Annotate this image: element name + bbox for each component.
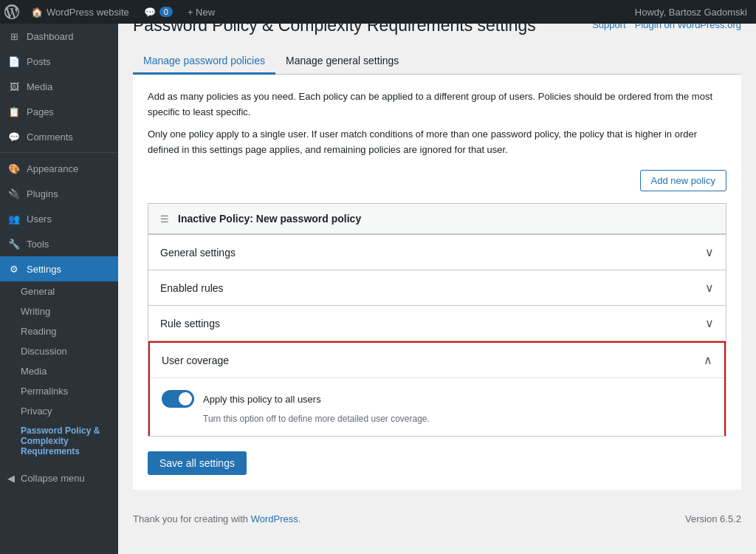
media-icon: 🖼 bbox=[7, 80, 21, 93]
sidebar-label-plugins: Plugins bbox=[27, 188, 58, 199]
sidebar-sub-general[interactable]: General bbox=[0, 281, 118, 301]
policy-section: ☰ Inactive Policy: New password policy G… bbox=[148, 203, 726, 437]
collapse-menu[interactable]: ◀ Collapse menu bbox=[0, 467, 118, 490]
toggle-row: Apply this policy to all users bbox=[162, 390, 712, 408]
drag-handle-icon[interactable]: ☰ bbox=[160, 213, 169, 225]
apply-all-users-toggle[interactable] bbox=[162, 390, 194, 408]
site-name-link[interactable]: 🏠 WordPress website bbox=[24, 0, 137, 24]
new-content-link[interactable]: + New bbox=[180, 0, 222, 24]
accordion-rule-settings-title: Rule settings bbox=[160, 318, 220, 329]
version-text: Version 6.5.2 bbox=[685, 513, 741, 524]
pages-icon: 📋 bbox=[7, 105, 21, 118]
sidebar-sub-permalinks[interactable]: Permalinks bbox=[0, 381, 118, 401]
sidebar: ⊞ Dashboard 📄 Posts 🖼 Media 📋 Pages � bbox=[0, 24, 118, 533]
accordion-enabled-rules-header[interactable]: Enabled rules ∨ bbox=[148, 270, 726, 305]
accordion-user-coverage: User coverage ∧ Apply this policy to all… bbox=[148, 341, 726, 436]
tab-manage-general[interactable]: Manage general settings bbox=[275, 49, 409, 75]
accordion-enabled-rules-title: Enabled rules bbox=[160, 282, 224, 294]
home-icon: 🏠 bbox=[31, 7, 43, 18]
dashboard-icon: ⊞ bbox=[7, 30, 21, 43]
desc-2: Only one policy apply to a single user. … bbox=[148, 127, 726, 158]
collapse-label: Collapse menu bbox=[21, 473, 85, 484]
sidebar-item-users[interactable]: 👥 Users bbox=[0, 206, 118, 231]
comments-icon: 💬 bbox=[144, 7, 156, 18]
save-bar: Save all settings bbox=[148, 451, 726, 475]
sidebar-sub-privacy[interactable]: Privacy bbox=[0, 401, 118, 421]
sidebar-label-users: Users bbox=[27, 213, 52, 225]
sidebar-item-media[interactable]: 🖼 Media bbox=[0, 74, 118, 99]
desc-1: Add as many policies as you need. Each p… bbox=[148, 89, 726, 120]
tab-nav: Manage password policies Manage general … bbox=[133, 49, 741, 75]
appearance-icon: 🎨 bbox=[7, 162, 21, 175]
sidebar-menu: ⊞ Dashboard 📄 Posts 🖼 Media 📋 Pages � bbox=[0, 24, 118, 461]
collapse-icon: ◀ bbox=[7, 473, 15, 484]
footer-text: Thank you for creating with WordPress. bbox=[133, 513, 300, 524]
sidebar-label-tools: Tools bbox=[27, 239, 49, 250]
accordion-user-coverage-title: User coverage bbox=[162, 355, 229, 366]
sidebar-label-pages: Pages bbox=[27, 106, 54, 117]
sidebar-item-appearance[interactable]: 🎨 Appearance bbox=[0, 156, 118, 181]
accordion-general-settings-title: General settings bbox=[160, 247, 236, 259]
chevron-down-icon: ∨ bbox=[705, 245, 714, 259]
wp-logo bbox=[0, 0, 24, 24]
chevron-up-icon: ∧ bbox=[704, 353, 712, 367]
sidebar-item-comments[interactable]: 💬 Comments bbox=[0, 124, 118, 149]
sidebar-sub-writing[interactable]: Writing bbox=[0, 301, 118, 321]
policy-header: ☰ Inactive Policy: New password policy bbox=[148, 204, 726, 234]
sidebar-sub-password-policy[interactable]: Password Policy & Complexity Requirement… bbox=[0, 421, 118, 461]
toggle-label: Apply this policy to all users bbox=[203, 394, 321, 405]
new-label: + New bbox=[188, 7, 215, 18]
sidebar-item-posts[interactable]: 📄 Posts bbox=[0, 49, 118, 74]
accordion-general-settings: General settings ∨ bbox=[148, 235, 726, 270]
policy-header-title: Inactive Policy: New password policy bbox=[178, 213, 714, 225]
sidebar-label-posts: Posts bbox=[27, 56, 51, 67]
tools-icon: 🔧 bbox=[7, 237, 21, 250]
comments-nav-icon: 💬 bbox=[7, 130, 21, 143]
toggle-hint: Turn this option off to define more deta… bbox=[162, 414, 712, 424]
chevron-down-icon-2: ∨ bbox=[705, 281, 714, 295]
content-area: Add as many policies as you need. Each p… bbox=[133, 75, 741, 490]
sidebar-item-plugins[interactable]: 🔌 Plugins bbox=[0, 181, 118, 206]
save-all-settings-button[interactable]: Save all settings bbox=[148, 451, 247, 475]
sidebar-label-media: Media bbox=[27, 81, 52, 92]
settings-submenu: General Writing Reading Discussion Media… bbox=[0, 281, 118, 461]
sidebar-sub-discussion[interactable]: Discussion bbox=[0, 341, 118, 361]
top-bar: 🏠 WordPress website 💬 0 + New Howdy, Bar… bbox=[0, 0, 756, 24]
accordion-user-coverage-body: Apply this policy to all users Turn this… bbox=[150, 377, 724, 436]
accordion-rule-settings-header[interactable]: Rule settings ∨ bbox=[148, 306, 726, 341]
add-new-policy-button[interactable]: Add new policy bbox=[640, 170, 726, 191]
accordion-enabled-rules: Enabled rules ∨ bbox=[148, 270, 726, 306]
comments-count: 0 bbox=[159, 7, 173, 17]
accordion: General settings ∨ Enabled rules ∨ Rule … bbox=[148, 234, 726, 436]
wordpress-link[interactable]: WordPress bbox=[251, 513, 298, 524]
sidebar-label-settings: Settings bbox=[27, 264, 61, 275]
user-greeting: Howdy, Bartosz Gadomski bbox=[626, 7, 756, 18]
accordion-general-settings-header[interactable]: General settings ∨ bbox=[148, 235, 726, 270]
sidebar-item-tools[interactable]: 🔧 Tools bbox=[0, 231, 118, 256]
accordion-rule-settings: Rule settings ∨ bbox=[148, 306, 726, 341]
sidebar-label-comments: Comments bbox=[27, 131, 73, 143]
accordion-user-coverage-header[interactable]: User coverage ∧ bbox=[150, 343, 724, 377]
sidebar-item-dashboard[interactable]: ⊞ Dashboard bbox=[0, 24, 118, 49]
plugins-icon: 🔌 bbox=[7, 187, 21, 200]
wp-footer: Thank you for creating with WordPress. V… bbox=[118, 505, 756, 533]
settings-icon: ⚙ bbox=[7, 262, 21, 276]
sidebar-label-appearance: Appearance bbox=[27, 163, 78, 174]
sidebar-sub-reading[interactable]: Reading bbox=[0, 321, 118, 341]
add-policy-wrap: Add new policy bbox=[148, 170, 726, 191]
comments-link[interactable]: 💬 0 bbox=[137, 0, 180, 24]
sidebar-item-pages[interactable]: 📋 Pages bbox=[0, 99, 118, 124]
top-bar-items: 🏠 WordPress website 💬 0 + New bbox=[24, 0, 626, 24]
tab-manage-policies[interactable]: Manage password policies bbox=[133, 49, 275, 75]
users-icon: 👥 bbox=[7, 212, 21, 225]
chevron-down-icon-3: ∨ bbox=[705, 316, 714, 330]
main-content: Password Policy & Complexity Requirement… bbox=[118, 0, 756, 505]
posts-icon: 📄 bbox=[7, 55, 21, 68]
site-name: WordPress website bbox=[47, 7, 129, 18]
sidebar-sub-media[interactable]: Media bbox=[0, 361, 118, 381]
sidebar-label-dashboard: Dashboard bbox=[27, 31, 74, 42]
sidebar-item-settings[interactable]: ⚙ Settings bbox=[0, 256, 118, 281]
